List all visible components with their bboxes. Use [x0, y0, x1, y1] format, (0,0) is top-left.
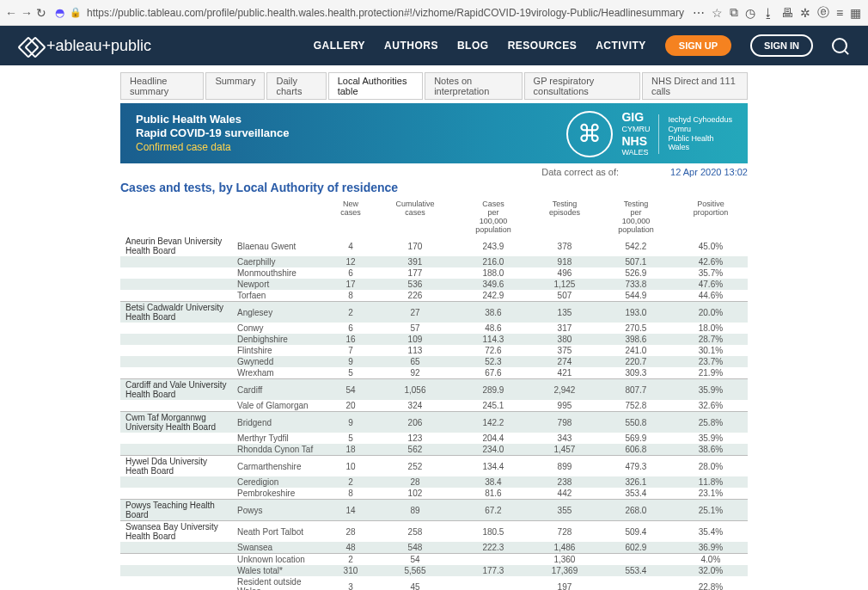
value-cell: 569.9: [598, 433, 674, 444]
value-cell: 2,942: [531, 379, 598, 401]
value-cell: 14: [327, 500, 375, 521]
settings-icon[interactable]: ✲: [800, 6, 810, 20]
value-cell: 206: [375, 412, 455, 433]
value-cell: 234.0: [455, 444, 531, 456]
value-cell: 268.0: [598, 500, 674, 521]
print-icon[interactable]: 🖶: [781, 6, 793, 20]
value-cell: 109: [375, 334, 455, 345]
value-cell: 1,360: [531, 554, 598, 566]
value-cell: 38.6: [455, 302, 531, 323]
nav-gallery[interactable]: GALLERY: [314, 40, 365, 52]
value-cell: 42.6%: [674, 256, 748, 267]
value-cell: 752.8: [598, 400, 674, 412]
value-cell: 20: [327, 400, 375, 412]
health-board-cell: [120, 444, 232, 456]
more-icon[interactable]: ⋯: [693, 6, 705, 20]
banner: Public Health Wales Rapid COVID-19 surve…: [120, 103, 748, 163]
value-cell: 123: [375, 433, 455, 444]
value-cell: 18.0%: [674, 323, 748, 334]
value-cell: 242.9: [455, 290, 531, 302]
table-row: Cardiff and Vale University Health Board…: [120, 379, 748, 401]
nav-authors[interactable]: AUTHORS: [384, 40, 438, 52]
health-board-cell: [120, 334, 232, 345]
local-authority-cell: Caerphilly: [232, 256, 327, 267]
table-row: Vale of Glamorgan20324245.1995752.832.6%: [120, 400, 748, 412]
reload-button[interactable]: ↻: [36, 3, 46, 22]
value-cell: 507.1: [598, 256, 674, 267]
value-cell: 67.2: [455, 500, 531, 521]
nav-blog[interactable]: BLOG: [457, 40, 489, 52]
nav-activity[interactable]: ACTIVITY: [596, 40, 646, 52]
table-row: Rhondda Cynon Taf18562234.01,457606.838.…: [120, 444, 748, 456]
table-row: Ceredigion22838.4238326.111.8%: [120, 476, 748, 488]
star-icon[interactable]: ☆: [712, 6, 723, 20]
forward-button[interactable]: →: [21, 3, 33, 22]
local-authority-cell: Anglesey: [232, 302, 327, 323]
local-authority-cell: Powys: [232, 500, 327, 521]
nav-resources[interactable]: RESOURCES: [508, 40, 578, 52]
value-cell: 553.4: [598, 565, 674, 576]
health-board-cell: [120, 356, 232, 367]
tab-nhs-direct-and-111-calls[interactable]: NHS Direct and 111 calls: [642, 72, 748, 100]
value-cell: 606.8: [598, 444, 674, 456]
value-cell: 48.6: [455, 323, 531, 334]
banner-desc: Confirmed case data: [136, 141, 231, 153]
value-cell: 274: [531, 356, 598, 367]
tab-daily-charts[interactable]: Daily charts: [266, 72, 326, 100]
download-icon[interactable]: ⭳: [762, 6, 774, 20]
tab-headline-summary[interactable]: Headline summary: [120, 72, 204, 100]
value-cell: 995: [531, 400, 598, 412]
value-cell: 5,565: [375, 565, 455, 576]
local-authority-cell: Flintshire: [232, 345, 327, 356]
health-board-cell: [120, 267, 232, 279]
back-button[interactable]: ←: [5, 3, 17, 22]
local-authority-cell: Resident outside Wales: [232, 576, 327, 590]
top-nav: +ableau+public GALLERY AUTHORS BLOG RESO…: [0, 26, 868, 65]
value-cell: 1,457: [531, 444, 598, 456]
signin-button[interactable]: SIGN IN: [750, 34, 813, 57]
value-cell: 28.0%: [674, 456, 748, 477]
value-cell: 48: [327, 542, 375, 554]
health-board-cell: Aneurin Bevan University Health Board: [120, 236, 232, 256]
value-cell: 197: [531, 576, 598, 590]
table-row: Powys Teaching Health BoardPowys148967.2…: [120, 500, 748, 521]
viz-tabs: Headline summarySummaryDaily chartsLocal…: [0, 65, 868, 103]
value-cell: 38.4: [455, 476, 531, 488]
value-cell: 355: [531, 500, 598, 521]
ext1-icon[interactable]: ▦: [850, 6, 861, 20]
value-cell: 602.9: [598, 542, 674, 554]
col-header: Testingepisodes: [531, 198, 598, 236]
health-board-cell: [120, 488, 232, 500]
menu-icon[interactable]: ≡: [836, 6, 843, 20]
value-cell: 25.8%: [674, 412, 748, 433]
tableau-logo[interactable]: +ableau+public: [21, 35, 151, 56]
tab-local-authorities-table[interactable]: Local Authorities table: [328, 72, 423, 100]
value-cell: 544.9: [598, 290, 674, 302]
pocket-icon[interactable]: ⧉: [730, 5, 738, 20]
value-cell: 204.4: [455, 433, 531, 444]
value-cell: 177: [375, 267, 455, 279]
health-board-cell: [120, 400, 232, 412]
value-cell: 238: [531, 476, 598, 488]
value-cell: 798: [531, 412, 598, 433]
value-cell: 245.1: [455, 400, 531, 412]
value-cell: 7: [327, 345, 375, 356]
signup-button[interactable]: SIGN UP: [665, 35, 731, 56]
value-cell: 28: [327, 521, 375, 543]
tab-gp-respiratory-consultations[interactable]: GP respiratory consultations: [524, 72, 640, 100]
search-icon[interactable]: [832, 38, 847, 53]
value-cell: [598, 554, 674, 566]
value-cell: 375: [531, 345, 598, 356]
history-icon[interactable]: ◷: [745, 6, 755, 20]
tab-summary[interactable]: Summary: [205, 72, 265, 100]
value-cell: 134.4: [455, 456, 531, 477]
value-cell: 102: [375, 488, 455, 500]
value-cell: 243.9: [455, 236, 531, 256]
value-cell: 45: [375, 576, 455, 590]
value-cell: 479.3: [598, 456, 674, 477]
value-cell: 180.5: [455, 521, 531, 543]
url-field[interactable]: https://public.tableau.com/profile/publi…: [87, 7, 684, 19]
table-row: Monmouthshire6177188.0496526.935.7%: [120, 267, 748, 279]
tab-notes-on-interpretation[interactable]: Notes on interpretation: [425, 72, 522, 100]
profile-icon[interactable]: ⓔ: [817, 5, 829, 21]
